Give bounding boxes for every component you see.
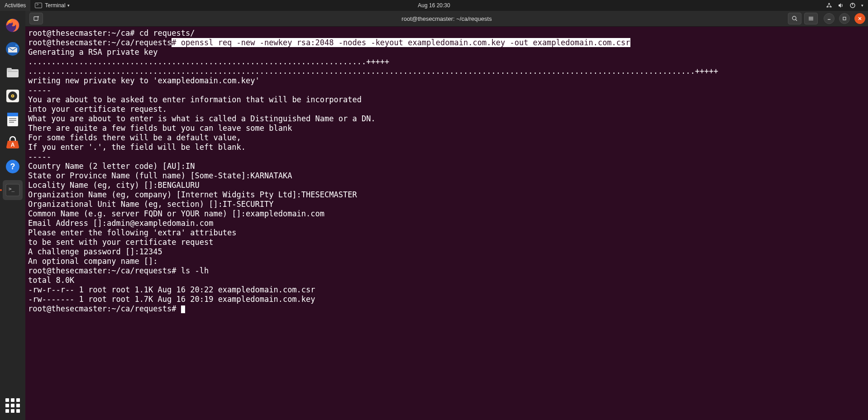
clock-label: Aug 16 20:30	[418, 2, 450, 9]
dock-files[interactable]	[3, 62, 23, 82]
svg-rect-24	[34, 17, 38, 20]
terminal-output[interactable]: root@thesecmaster:~/ca# cd requests/root…	[25, 27, 868, 420]
search-button[interactable]	[788, 13, 801, 24]
system-status-area[interactable]: ▾	[823, 0, 866, 11]
chevron-down-icon: ▾	[858, 3, 866, 8]
minimize-icon	[827, 16, 831, 21]
minimize-button[interactable]	[824, 13, 835, 24]
close-button[interactable]	[854, 13, 865, 24]
app-menu[interactable]: Terminal ▾	[30, 0, 74, 11]
dock-writer[interactable]	[3, 110, 23, 129]
help-icon: ?	[5, 159, 20, 174]
dock-thunderbird[interactable]	[3, 39, 23, 59]
hamburger-icon	[808, 15, 814, 22]
network-icon	[823, 2, 835, 9]
svg-rect-9	[8, 71, 18, 72]
svg-rect-15	[7, 113, 18, 116]
dock-software[interactable]: A	[3, 133, 23, 153]
chevron-down-icon: ▾	[67, 3, 70, 8]
volume-icon	[835, 2, 847, 9]
files-icon	[5, 65, 20, 80]
writer-icon	[5, 112, 20, 127]
dock: A ? >_	[0, 11, 25, 420]
terminal-app-icon	[35, 3, 42, 8]
search-icon	[792, 15, 798, 22]
svg-point-13	[12, 95, 13, 96]
svg-text:?: ?	[10, 162, 15, 171]
software-icon: A	[5, 135, 20, 151]
dock-help[interactable]: ?	[3, 157, 23, 177]
dock-rhythmbox[interactable]	[3, 86, 23, 106]
close-icon	[858, 16, 862, 21]
apps-grid-icon	[5, 398, 20, 413]
maximize-button[interactable]	[839, 13, 850, 24]
new-tab-button[interactable]	[29, 13, 43, 24]
svg-rect-8	[7, 68, 12, 71]
svg-rect-18	[9, 122, 14, 123]
maximize-icon	[842, 16, 847, 21]
terminal-window: root@thesecmaster: ~/ca/requests root@th…	[25, 11, 868, 420]
activities-button[interactable]: Activities	[0, 0, 30, 11]
svg-text:>_: >_	[9, 186, 15, 192]
power-icon	[847, 2, 858, 9]
rhythmbox-icon	[5, 88, 20, 104]
svg-rect-17	[9, 120, 16, 121]
svg-text:A: A	[11, 142, 15, 148]
activities-label: Activities	[5, 2, 26, 9]
svg-rect-16	[9, 118, 16, 119]
dock-firefox[interactable]	[3, 15, 23, 35]
firefox-icon	[5, 17, 21, 33]
show-applications[interactable]	[3, 396, 23, 415]
window-title: root@thesecmaster: ~/ca/requests	[401, 15, 491, 22]
hamburger-menu-button[interactable]	[804, 13, 818, 24]
svg-line-28	[796, 19, 797, 21]
gnome-top-panel: Activities Terminal ▾ Aug 16 20:30 ▾	[0, 0, 868, 11]
app-menu-label: Terminal	[45, 2, 65, 9]
terminal-icon: >_	[5, 183, 20, 197]
window-titlebar: root@thesecmaster: ~/ca/requests	[25, 11, 868, 27]
clock[interactable]: Aug 16 20:30	[413, 0, 454, 11]
new-tab-icon	[33, 15, 39, 22]
thunderbird-icon	[5, 41, 21, 57]
dock-terminal[interactable]: >_	[3, 180, 23, 200]
svg-rect-33	[843, 17, 846, 20]
svg-point-27	[792, 16, 796, 20]
